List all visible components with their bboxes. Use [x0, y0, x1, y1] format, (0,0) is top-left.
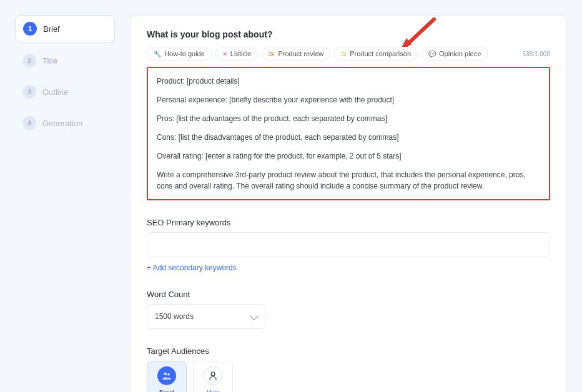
step-number: 4: [22, 116, 36, 130]
brief-line: Overall rating: [enter a rating for the …: [157, 150, 540, 162]
chip-opinion-piece[interactable]: 💬 Opinion piece: [422, 47, 488, 61]
audience-label: Broad Audience: [150, 389, 184, 392]
char-counter: 538/1,000: [523, 51, 551, 57]
chip-label: Listicle: [230, 50, 252, 57]
svg-point-3: [167, 373, 170, 376]
step-generation[interactable]: 4 Generation: [15, 110, 115, 136]
target-audiences-section: Target Audiences Broad Audience More: [147, 346, 550, 392]
word-count-label: Word Count: [147, 290, 550, 299]
add-secondary-keywords-link[interactable]: + Add secondary keywords: [147, 263, 237, 272]
audience-label: More: [207, 389, 220, 392]
brief-line: Cons: [list the disadvantages of the pro…: [157, 132, 540, 143]
chip-label: How-to guide: [164, 50, 205, 57]
chevron-down-icon: [250, 311, 259, 320]
chip-label: Opinion piece: [439, 50, 481, 57]
step-outline[interactable]: 3 Outline: [15, 79, 115, 105]
chip-label: Product comparison: [350, 50, 411, 57]
step-number: 1: [23, 22, 37, 36]
template-chips-row: 🔧 How-to guide ✳ Listicle 🛍 Product revi…: [147, 47, 550, 61]
step-label: Outline: [42, 87, 68, 97]
select-value: 1500 words: [155, 312, 194, 321]
sparkle-icon: ✳: [222, 51, 227, 57]
shopping-bag-icon: 🛍: [269, 51, 275, 57]
step-number: 3: [22, 85, 36, 99]
steps-sidebar: 1 Brief 2 Title 3 Outline 4 Generation: [15, 15, 115, 392]
audience-options: Broad Audience More: [147, 361, 550, 392]
seo-section: SEO Primary keywords + Add secondary key…: [147, 218, 550, 272]
chip-label: Product review: [278, 50, 323, 57]
brief-textarea[interactable]: Product: [product details] Personal expe…: [147, 67, 550, 200]
step-label: Brief: [43, 24, 60, 34]
brief-line: Write a comprehensive 3rd-party product …: [157, 169, 540, 192]
word-count-select[interactable]: 1500 words: [147, 304, 265, 329]
brief-form-panel: What is your blog post about? 🔧 How-to g…: [130, 15, 567, 392]
brief-line: Pros: [list the advantages of the produc…: [157, 113, 540, 124]
audiences-label: Target Audiences: [147, 346, 550, 356]
step-number: 2: [22, 54, 36, 67]
wrench-icon: 🔧: [154, 51, 161, 57]
brief-heading: What is your blog post about?: [147, 29, 550, 39]
speech-icon: 💬: [428, 51, 436, 57]
step-brief[interactable]: 1 Brief: [15, 15, 115, 42]
step-label: Title: [42, 56, 57, 66]
brief-line: Personal experience: [briefly describe y…: [157, 94, 540, 105]
chip-listicle[interactable]: ✳ Listicle: [215, 47, 259, 61]
seo-primary-input[interactable]: [147, 232, 550, 257]
brief-line: Product: [product details]: [157, 76, 540, 87]
people-icon: [157, 366, 176, 385]
scale-icon: ⚖: [341, 51, 347, 57]
step-label: Generation: [42, 119, 82, 128]
chip-product-comparison[interactable]: ⚖ Product comparison: [334, 47, 418, 61]
audience-more[interactable]: More: [193, 361, 233, 392]
person-icon: [204, 366, 222, 385]
chip-how-to-guide[interactable]: 🔧 How-to guide: [147, 47, 212, 61]
chip-product-review[interactable]: 🛍 Product review: [262, 47, 330, 61]
audience-broad[interactable]: Broad Audience: [147, 361, 187, 392]
svg-point-2: [164, 373, 167, 376]
svg-point-4: [211, 372, 215, 376]
step-title[interactable]: 2 Title: [15, 47, 115, 74]
seo-label: SEO Primary keywords: [147, 218, 550, 227]
word-count-section: Word Count 1500 words: [147, 290, 550, 329]
